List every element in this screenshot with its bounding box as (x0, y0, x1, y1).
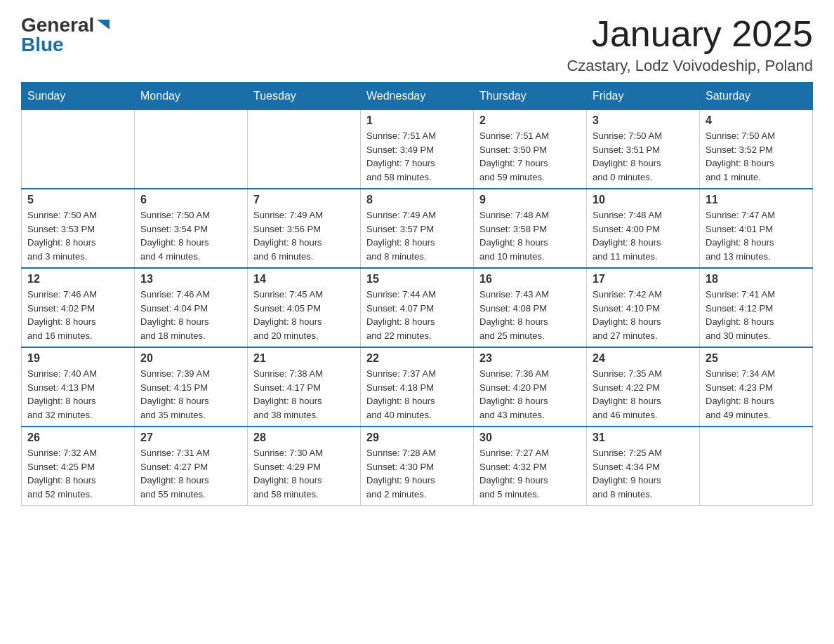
calendar-day-cell: 1Sunrise: 7:51 AM Sunset: 3:49 PM Daylig… (361, 110, 474, 189)
month-title: January 2025 (567, 14, 813, 54)
day-info: Sunrise: 7:51 AM Sunset: 3:50 PM Dayligh… (479, 129, 581, 184)
day-number: 6 (140, 194, 241, 206)
day-info: Sunrise: 7:31 AM Sunset: 4:27 PM Dayligh… (140, 446, 241, 501)
calendar-day-cell: 3Sunrise: 7:50 AM Sunset: 3:51 PM Daylig… (587, 110, 700, 189)
calendar-day-cell: 22Sunrise: 7:37 AM Sunset: 4:18 PM Dayli… (361, 347, 474, 427)
calendar-day-cell: 20Sunrise: 7:39 AM Sunset: 4:15 PM Dayli… (135, 347, 248, 427)
calendar-day-cell: 4Sunrise: 7:50 AM Sunset: 3:52 PM Daylig… (700, 110, 813, 189)
day-number: 21 (253, 352, 355, 365)
calendar-day-cell: 10Sunrise: 7:48 AM Sunset: 4:00 PM Dayli… (587, 189, 700, 268)
day-number: 1 (366, 114, 468, 127)
day-number: 25 (706, 352, 807, 365)
calendar-day-cell (700, 427, 813, 506)
calendar-week-row: 12Sunrise: 7:46 AM Sunset: 4:02 PM Dayli… (22, 268, 813, 347)
calendar-week-row: 1Sunrise: 7:51 AM Sunset: 3:49 PM Daylig… (22, 110, 813, 189)
calendar-day-cell: 6Sunrise: 7:50 AM Sunset: 3:54 PM Daylig… (135, 189, 248, 268)
day-number: 10 (593, 194, 694, 206)
day-number: 7 (253, 194, 355, 206)
day-number: 5 (27, 194, 128, 206)
day-number: 4 (706, 114, 807, 127)
day-number: 22 (366, 352, 468, 365)
day-info: Sunrise: 7:38 AM Sunset: 4:17 PM Dayligh… (253, 367, 355, 422)
day-info: Sunrise: 7:37 AM Sunset: 4:18 PM Dayligh… (366, 367, 468, 422)
calendar-week-row: 26Sunrise: 7:32 AM Sunset: 4:25 PM Dayli… (22, 427, 813, 506)
calendar-header-tuesday: Tuesday (248, 83, 361, 110)
day-number: 9 (479, 194, 581, 206)
title-section: January 2025 Czastary, Lodz Voivodeship,… (567, 14, 813, 75)
day-number: 27 (140, 431, 241, 444)
day-info: Sunrise: 7:40 AM Sunset: 4:13 PM Dayligh… (27, 367, 128, 422)
calendar-day-cell: 2Sunrise: 7:51 AM Sunset: 3:50 PM Daylig… (474, 110, 587, 189)
calendar-day-cell: 23Sunrise: 7:36 AM Sunset: 4:20 PM Dayli… (474, 347, 587, 427)
calendar-header-thursday: Thursday (474, 83, 587, 110)
day-info: Sunrise: 7:45 AM Sunset: 4:05 PM Dayligh… (253, 288, 355, 342)
calendar-day-cell: 11Sunrise: 7:47 AM Sunset: 4:01 PM Dayli… (700, 189, 813, 268)
day-info: Sunrise: 7:49 AM Sunset: 3:57 PM Dayligh… (366, 208, 468, 263)
calendar-day-cell: 31Sunrise: 7:25 AM Sunset: 4:34 PM Dayli… (587, 427, 700, 506)
day-number: 26 (27, 431, 128, 444)
day-number: 28 (253, 431, 355, 444)
calendar-day-cell: 18Sunrise: 7:41 AM Sunset: 4:12 PM Dayli… (700, 268, 813, 347)
page-header: General Blue January 2025 Czastary, Lodz… (21, 14, 813, 75)
calendar-day-cell: 8Sunrise: 7:49 AM Sunset: 3:57 PM Daylig… (361, 189, 474, 268)
day-info: Sunrise: 7:46 AM Sunset: 4:04 PM Dayligh… (140, 288, 241, 342)
day-info: Sunrise: 7:47 AM Sunset: 4:01 PM Dayligh… (706, 208, 807, 263)
calendar-header-sunday: Sunday (22, 83, 135, 110)
day-info: Sunrise: 7:50 AM Sunset: 3:53 PM Dayligh… (27, 208, 128, 263)
day-info: Sunrise: 7:48 AM Sunset: 4:00 PM Dayligh… (593, 208, 694, 263)
day-number: 13 (140, 273, 241, 286)
day-info: Sunrise: 7:28 AM Sunset: 4:30 PM Dayligh… (366, 446, 468, 501)
day-number: 11 (706, 194, 807, 206)
day-number: 15 (366, 273, 468, 286)
calendar-day-cell (22, 110, 135, 189)
calendar-day-cell: 21Sunrise: 7:38 AM Sunset: 4:17 PM Dayli… (248, 347, 361, 427)
calendar-day-cell: 9Sunrise: 7:48 AM Sunset: 3:58 PM Daylig… (474, 189, 587, 268)
calendar-day-cell: 12Sunrise: 7:46 AM Sunset: 4:02 PM Dayli… (22, 268, 135, 347)
day-info: Sunrise: 7:51 AM Sunset: 3:49 PM Dayligh… (366, 129, 468, 184)
logo-blue-text: Blue (21, 34, 64, 56)
calendar-day-cell: 24Sunrise: 7:35 AM Sunset: 4:22 PM Dayli… (587, 347, 700, 427)
calendar-day-cell: 29Sunrise: 7:28 AM Sunset: 4:30 PM Dayli… (361, 427, 474, 506)
day-number: 18 (706, 273, 807, 286)
day-info: Sunrise: 7:50 AM Sunset: 3:52 PM Dayligh… (706, 129, 807, 184)
calendar-day-cell: 19Sunrise: 7:40 AM Sunset: 4:13 PM Dayli… (22, 347, 135, 427)
day-info: Sunrise: 7:43 AM Sunset: 4:08 PM Dayligh… (479, 288, 581, 342)
calendar-week-row: 19Sunrise: 7:40 AM Sunset: 4:13 PM Dayli… (22, 347, 813, 427)
day-info: Sunrise: 7:35 AM Sunset: 4:22 PM Dayligh… (593, 367, 694, 422)
day-info: Sunrise: 7:27 AM Sunset: 4:32 PM Dayligh… (479, 446, 581, 501)
calendar-week-row: 5Sunrise: 7:50 AM Sunset: 3:53 PM Daylig… (22, 189, 813, 268)
calendar-header-friday: Friday (587, 83, 700, 110)
day-info: Sunrise: 7:50 AM Sunset: 3:51 PM Dayligh… (593, 129, 694, 184)
calendar-header-row: SundayMondayTuesdayWednesdayThursdayFrid… (22, 83, 813, 110)
calendar-day-cell: 16Sunrise: 7:43 AM Sunset: 4:08 PM Dayli… (474, 268, 587, 347)
calendar-table: SundayMondayTuesdayWednesdayThursdayFrid… (21, 82, 813, 506)
calendar-day-cell: 17Sunrise: 7:42 AM Sunset: 4:10 PM Dayli… (587, 268, 700, 347)
calendar-day-cell: 13Sunrise: 7:46 AM Sunset: 4:04 PM Dayli… (135, 268, 248, 347)
calendar-header-monday: Monday (135, 83, 248, 110)
calendar-day-cell: 26Sunrise: 7:32 AM Sunset: 4:25 PM Dayli… (22, 427, 135, 506)
day-number: 19 (27, 352, 128, 365)
day-info: Sunrise: 7:46 AM Sunset: 4:02 PM Dayligh… (27, 288, 128, 342)
day-info: Sunrise: 7:48 AM Sunset: 3:58 PM Dayligh… (479, 208, 581, 263)
logo: General Blue (21, 14, 111, 56)
logo-arrow-icon (95, 18, 111, 34)
calendar-day-cell: 28Sunrise: 7:30 AM Sunset: 4:29 PM Dayli… (248, 427, 361, 506)
day-number: 12 (27, 273, 128, 286)
calendar-day-cell: 5Sunrise: 7:50 AM Sunset: 3:53 PM Daylig… (22, 189, 135, 268)
day-number: 29 (366, 431, 468, 444)
calendar-day-cell: 15Sunrise: 7:44 AM Sunset: 4:07 PM Dayli… (361, 268, 474, 347)
day-number: 8 (366, 194, 468, 206)
day-info: Sunrise: 7:25 AM Sunset: 4:34 PM Dayligh… (593, 446, 694, 501)
day-info: Sunrise: 7:34 AM Sunset: 4:23 PM Dayligh… (706, 367, 807, 422)
calendar-day-cell: 14Sunrise: 7:45 AM Sunset: 4:05 PM Dayli… (248, 268, 361, 347)
svg-marker-0 (97, 20, 110, 29)
location-subtitle: Czastary, Lodz Voivodeship, Poland (567, 57, 813, 75)
calendar-day-cell (135, 110, 248, 189)
calendar-day-cell (248, 110, 361, 189)
day-info: Sunrise: 7:30 AM Sunset: 4:29 PM Dayligh… (253, 446, 355, 501)
day-info: Sunrise: 7:39 AM Sunset: 4:15 PM Dayligh… (140, 367, 241, 422)
calendar-day-cell: 27Sunrise: 7:31 AM Sunset: 4:27 PM Dayli… (135, 427, 248, 506)
day-number: 14 (253, 273, 355, 286)
calendar-day-cell: 30Sunrise: 7:27 AM Sunset: 4:32 PM Dayli… (474, 427, 587, 506)
day-number: 30 (479, 431, 581, 444)
